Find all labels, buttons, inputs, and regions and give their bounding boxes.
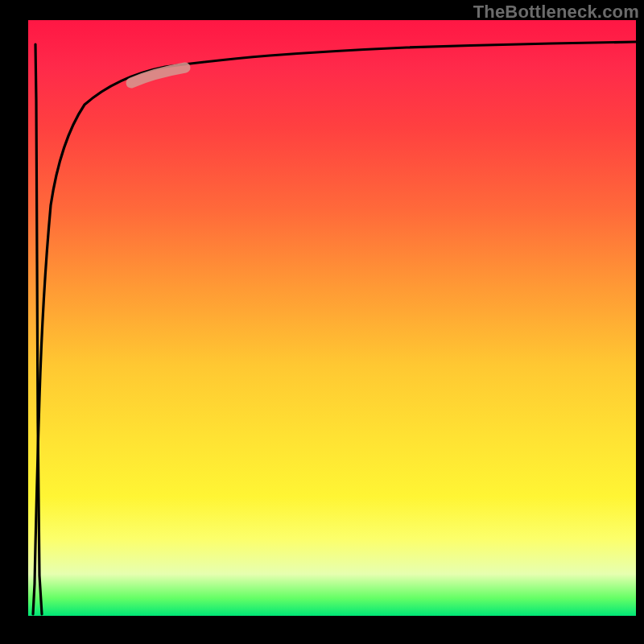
chart-frame: TheBottleneck.com	[0, 0, 644, 644]
watermark-text: TheBottleneck.com	[473, 2, 639, 23]
chart-plot-area	[28, 20, 636, 616]
